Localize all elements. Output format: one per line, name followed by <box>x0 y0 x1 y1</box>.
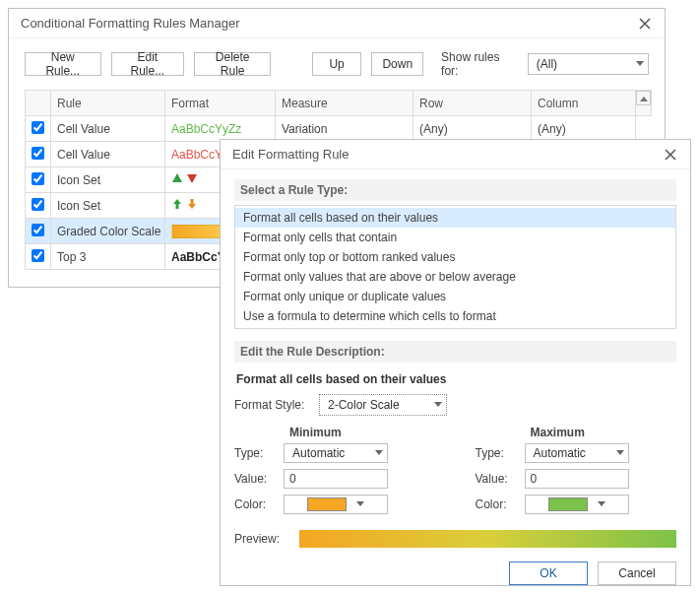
max-color-swatch <box>548 497 588 511</box>
rules-manager-title: Conditional Formatting Rules Manager <box>21 16 633 31</box>
min-color-select[interactable] <box>284 495 388 514</box>
select-rule-type-label: Select a Rule Type: <box>234 179 676 201</box>
rules-table-scrollbar[interactable] <box>636 91 652 116</box>
rule-enabled-checkbox[interactable] <box>32 147 44 160</box>
rule-enabled-checkbox[interactable] <box>32 121 44 134</box>
max-type-select[interactable]: Automatic <box>525 443 629 463</box>
arrow-down-icon <box>186 172 198 184</box>
format-style-value: 2-Color Scale <box>328 398 400 412</box>
min-type-select[interactable]: Automatic <box>284 443 388 463</box>
rule-type-option[interactable]: Format only cells that contain <box>235 228 675 247</box>
minimum-label: Minimum <box>289 426 436 439</box>
chevron-down-icon <box>375 450 383 456</box>
rule-name-cell: Cell Value <box>51 142 165 167</box>
rule-type-option[interactable]: Use a formula to determine which cells t… <box>235 306 675 326</box>
close-icon[interactable] <box>633 12 657 35</box>
rule-type-option[interactable]: Format only values that are above or bel… <box>235 267 675 287</box>
maximum-label: Maximum <box>531 426 677 439</box>
rule-type-option[interactable]: Format only unique or duplicate values <box>235 287 675 306</box>
rule-name-cell: Top 3 <box>51 244 165 270</box>
chevron-down-icon <box>616 450 624 456</box>
col-row[interactable]: Row <box>414 91 532 116</box>
min-value-input[interactable] <box>284 469 388 489</box>
rule-format-cell: AaBbCcYyZz <box>165 116 276 142</box>
edit-rule-button[interactable]: Edit Rule... <box>111 52 185 76</box>
rule-type-option[interactable]: Format all cells based on their values <box>235 208 675 228</box>
arrow-up-icon <box>171 198 183 210</box>
format-sample: AaBbCcYyZz <box>171 122 241 136</box>
rule-name-cell: Graded Color Scale <box>51 219 165 244</box>
max-value-label: Value: <box>476 472 525 486</box>
rule-description-title: Format all cells based on their values <box>236 372 676 386</box>
preview-label: Preview: <box>234 532 289 546</box>
max-color-select[interactable] <box>525 495 629 514</box>
max-type-value: Automatic <box>534 446 586 460</box>
min-type-label: Type: <box>234 446 284 460</box>
arrow-up-icon <box>171 172 183 184</box>
rule-type-list: Format all cells based on their valuesFo… <box>234 205 676 329</box>
col-column[interactable]: Column <box>532 91 636 116</box>
rules-manager-toolbar: New Rule... Edit Rule... Delete Rule Up … <box>25 50 649 78</box>
chevron-down-icon <box>434 402 442 408</box>
chevron-down-icon <box>356 501 364 507</box>
delete-rule-button[interactable]: Delete Rule <box>194 52 271 76</box>
format-style-label: Format Style: <box>234 398 311 412</box>
rule-name-cell: Icon Set <box>51 193 165 219</box>
preview-gradient <box>299 530 676 548</box>
min-value-label: Value: <box>234 472 284 486</box>
scroll-up-icon[interactable] <box>636 91 651 105</box>
rule-type-option[interactable]: Format only top or bottom ranked values <box>235 247 675 267</box>
arrow-down-icon <box>186 198 198 210</box>
close-icon[interactable] <box>659 143 682 166</box>
rule-name-cell: Icon Set <box>51 167 165 193</box>
move-up-button[interactable]: Up <box>312 52 362 76</box>
move-down-button[interactable]: Down <box>371 52 423 76</box>
format-sample: AaBbCcY <box>171 250 225 264</box>
show-rules-for-select[interactable]: (All) <box>528 53 649 75</box>
edit-rule-title: Edit Formatting Rule <box>232 147 659 162</box>
col-rule[interactable]: Rule <box>51 91 165 116</box>
col-format[interactable]: Format <box>165 91 276 116</box>
chevron-down-icon <box>598 501 605 507</box>
max-type-label: Type: <box>476 446 525 460</box>
rule-row-cell: (Any) <box>414 116 532 142</box>
show-rules-for-value: (All) <box>537 57 557 71</box>
cancel-button[interactable]: Cancel <box>598 562 676 585</box>
rules-table-header: Rule Format Measure Row Column <box>26 91 652 116</box>
rule-enabled-checkbox[interactable] <box>32 172 44 185</box>
edit-rule-dialog: Edit Formatting Rule Select a Rule Type:… <box>220 139 691 586</box>
edit-rule-titlebar: Edit Formatting Rule <box>221 140 690 169</box>
table-row[interactable]: Cell ValueAaBbCcYyZzVariation(Any)(Any) <box>26 116 652 142</box>
ok-button[interactable]: OK <box>509 562 588 585</box>
max-color-label: Color: <box>476 497 525 511</box>
rule-enabled-checkbox[interactable] <box>32 198 44 211</box>
max-value-input[interactable] <box>525 469 629 489</box>
rule-name-cell: Cell Value <box>51 116 165 142</box>
rules-manager-titlebar: Conditional Formatting Rules Manager <box>9 9 665 38</box>
rule-enabled-checkbox[interactable] <box>32 249 44 262</box>
min-color-label: Color: <box>234 497 284 511</box>
rule-measure-cell: Variation <box>276 116 414 142</box>
min-color-swatch <box>307 497 347 511</box>
chevron-down-icon <box>636 61 644 67</box>
rule-enabled-checkbox[interactable] <box>32 224 44 236</box>
col-measure[interactable]: Measure <box>276 91 414 116</box>
format-style-select[interactable]: 2-Color Scale <box>319 394 447 416</box>
show-rules-for-label: Show rules for: <box>441 50 512 78</box>
new-rule-button[interactable]: New Rule... <box>25 52 101 76</box>
rule-column-cell: (Any) <box>532 116 636 142</box>
edit-rule-description-label: Edit the Rule Description: <box>234 341 676 363</box>
min-type-value: Automatic <box>292 446 345 460</box>
